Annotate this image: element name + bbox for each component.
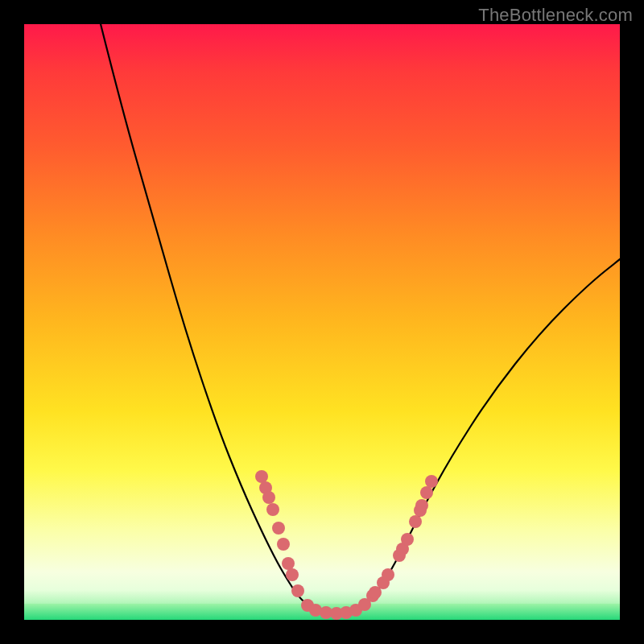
marker-dot xyxy=(262,491,275,504)
bottleneck-curve xyxy=(24,24,620,620)
marker-dot xyxy=(291,584,304,597)
marker-dot xyxy=(282,557,295,570)
marker-dot xyxy=(420,486,433,499)
marker-dot xyxy=(409,515,422,528)
marker-dot xyxy=(277,538,290,551)
marker-dot xyxy=(286,568,299,581)
marker-dot xyxy=(425,475,438,488)
marker-group xyxy=(255,470,438,620)
marker-dot xyxy=(266,503,279,516)
attribution-label: TheBottleneck.com xyxy=(478,5,633,26)
curve-left xyxy=(97,24,316,610)
marker-dot xyxy=(401,533,414,546)
chart-stage: TheBottleneck.com xyxy=(0,0,644,644)
marker-dot xyxy=(255,470,268,483)
marker-dot xyxy=(272,522,285,535)
plot-area xyxy=(24,24,620,620)
marker-dot xyxy=(415,499,428,512)
marker-dot xyxy=(382,568,394,581)
